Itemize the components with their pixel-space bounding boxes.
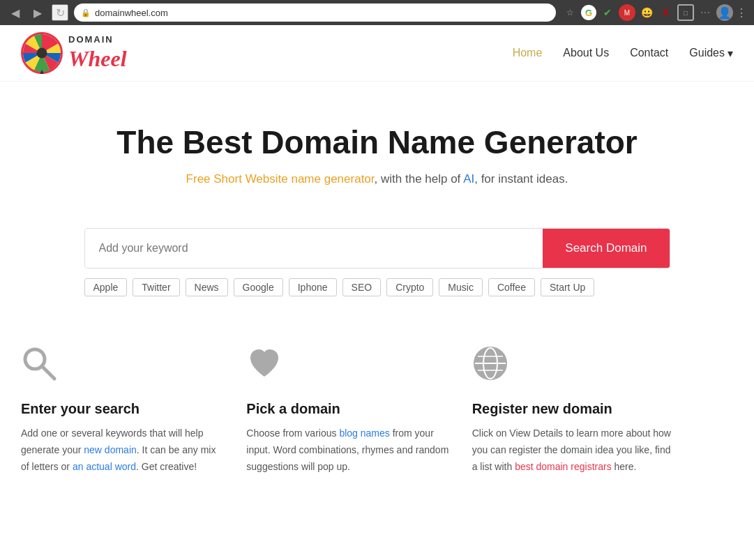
nav-contact[interactable]: Contact [630, 47, 668, 59]
browser-ext-icon-2[interactable]: M [619, 4, 635, 21]
logo-domain-text: DOMAIN [68, 34, 127, 45]
logo-area[interactable]: DOMAIN Wheel [21, 32, 127, 74]
subtitle-part1: Free Short Website name generator [186, 172, 375, 186]
browser-ext-icon-3[interactable]: 😀 [638, 4, 655, 21]
keyword-tag[interactable]: Coffee [488, 278, 535, 296]
feature-col-0: Enter your searchAdd one or several keyw… [21, 345, 225, 475]
keyword-tag[interactable]: Twitter [133, 278, 179, 296]
hero-subtitle: Free Short Website name generator, with … [21, 172, 733, 186]
nav-guides[interactable]: Guides ▾ [689, 47, 733, 60]
feature-title-2: Register new domain [472, 401, 677, 417]
site-header: DOMAIN Wheel Home About Us Contact Guide… [0, 25, 754, 82]
keyword-tag[interactable]: Iphone [289, 278, 337, 296]
browser-ext-icon-6[interactable]: ⋯ [697, 4, 714, 21]
logo-text: DOMAIN Wheel [68, 34, 127, 72]
feature-icon-0 [21, 345, 225, 390]
feature-icon-2 [472, 345, 677, 390]
subtitle-part2: , with the help of [375, 172, 464, 186]
keyword-tags: AppleTwitterNewsGoogleIphoneSEOCryptoMus… [84, 278, 670, 296]
site-nav: Home About Us Contact Guides ▾ [513, 47, 733, 60]
hero-title: The Best Domain Name Generator [21, 123, 733, 161]
search-input[interactable] [85, 229, 543, 268]
address-bar[interactable]: 🔒 domainwheel.com [74, 3, 556, 22]
search-bar: Search Domain [84, 228, 670, 268]
browser-menu-icon[interactable]: ⋮ [736, 6, 747, 20]
user-avatar[interactable]: 👤 [716, 4, 733, 21]
feature-title-0: Enter your search [21, 401, 225, 417]
keyword-tag[interactable]: SEO [342, 278, 382, 296]
forward-button[interactable]: ▶ [29, 4, 46, 21]
feature-desc-1: Choose from various blog names from your… [246, 425, 451, 475]
keyword-tag[interactable]: Music [439, 278, 483, 296]
feature-icon-1 [246, 345, 451, 390]
search-domain-button[interactable]: Search Domain [543, 229, 669, 268]
nav-home[interactable]: Home [513, 47, 543, 59]
subtitle-ai: AI [463, 172, 474, 186]
browser-ext-icon-5[interactable]: □ [677, 4, 694, 21]
bookmark-star-icon[interactable]: ☆ [561, 4, 578, 21]
nav-guides-label: Guides [689, 47, 725, 59]
nav-guides-arrow-icon: ▾ [727, 47, 733, 60]
feature-link-new-domain[interactable]: new domain [84, 444, 137, 455]
keyword-tag[interactable]: Start Up [541, 278, 594, 296]
back-button[interactable]: ◀ [7, 4, 24, 21]
feature-desc-0: Add one or several keywords that will he… [21, 425, 225, 475]
feature-col-1: Pick a domainChoose from various blog na… [246, 345, 451, 475]
browser-ext-icon-4[interactable]: K [658, 4, 674, 21]
site-wrapper: DOMAIN Wheel Home About Us Contact Guide… [0, 25, 754, 503]
refresh-button[interactable]: ↻ [52, 4, 68, 21]
feature-col-2: Register new domainClick on View Details… [472, 345, 677, 475]
feature-link-actual-word[interactable]: an actual word [73, 461, 136, 472]
logo-wheel-text: Wheel [68, 45, 127, 72]
subtitle-part3: , for instant ideas. [474, 172, 568, 186]
feature-desc-2: Click on View Details to learn more abou… [472, 425, 677, 475]
svg-line-5 [42, 366, 54, 379]
browser-ext-icon-1[interactable]: ✔ [599, 4, 616, 21]
keyword-tag[interactable]: Apple [84, 278, 128, 296]
nav-about-us[interactable]: About Us [563, 47, 609, 59]
browser-chrome: ◀ ▶ ↻ 🔒 domainwheel.com ☆ G ✔ M 😀 K □ ⋯ … [0, 0, 754, 25]
feature-title-1: Pick a domain [246, 401, 451, 417]
logo-wheel-svg [21, 32, 63, 74]
browser-icons: ☆ G ✔ M 😀 K □ ⋯ 👤 ⋮ [561, 4, 747, 21]
hero-section: The Best Domain Name Generator Free Shor… [0, 82, 754, 207]
keyword-tag[interactable]: News [186, 278, 228, 296]
features-section: Enter your searchAdd one or several keyw… [0, 310, 698, 503]
feature-link-blog-names[interactable]: blog names [339, 427, 389, 439]
svg-point-2 [37, 48, 47, 59]
feature-link-registrars[interactable]: best domain registrars [515, 461, 612, 472]
google-icon: G [581, 5, 596, 20]
keyword-tag[interactable]: Crypto [386, 278, 433, 296]
keyword-tag[interactable]: Google [234, 278, 283, 296]
url-text: domainwheel.com [95, 8, 168, 18]
lock-icon: 🔒 [81, 8, 91, 17]
search-section: Search Domain AppleTwitterNewsGoogleIpho… [63, 207, 691, 310]
